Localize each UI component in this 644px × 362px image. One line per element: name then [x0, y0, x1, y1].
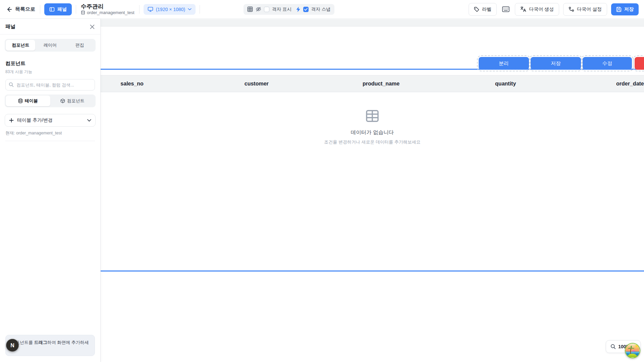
database-icon: [18, 99, 23, 103]
panel-title: 패널: [5, 23, 15, 30]
magnifier-icon: [610, 344, 616, 349]
grid-show-label: 격자 표시: [272, 6, 291, 12]
add-change-table-dropdown[interactable]: 테이블 추가/변경: [5, 114, 96, 127]
empty-state-title: 데이터가 없습니다: [351, 129, 394, 136]
toolbar-divider: [76, 5, 76, 14]
lightning-icon: [296, 7, 301, 12]
panel-left-icon: [49, 7, 55, 12]
tab-layers[interactable]: 레이어: [35, 40, 65, 51]
toolbar-divider: [200, 5, 200, 14]
toolbar-divider: [40, 5, 40, 14]
grid-snap-label: 격자 스냅: [311, 6, 331, 12]
grid-snap-checkbox[interactable]: [303, 7, 309, 12]
workflow-icon: [569, 6, 574, 12]
screen-size-dropdown[interactable]: (644 × 362): [144, 4, 196, 15]
canvas-edit-button[interactable]: 수정: [583, 57, 632, 70]
panel-header: 패널: [0, 19, 100, 35]
table-selection-border-bottom: [100, 270, 644, 272]
plus-icon: [9, 118, 14, 123]
toolbar-divider: [139, 5, 140, 14]
component-search-input[interactable]: [5, 79, 95, 90]
back-to-list-label: 목록으로: [15, 6, 35, 12]
canvas-danger-button[interactable]: [635, 57, 644, 70]
database-icon: [81, 10, 85, 15]
source-tab-table[interactable]: 테이블: [6, 96, 50, 106]
column-header: product_name: [319, 81, 443, 87]
source-tab-component-label: 컴포넌트: [67, 98, 85, 104]
monitor-icon: [148, 7, 153, 12]
eye-off-icon[interactable]: [256, 6, 261, 12]
components-section: 컴포넌트 83개 사용 가능: [0, 52, 100, 90]
column-header: quantity: [443, 81, 568, 87]
current-table-label: 현재: order_management_test: [5, 130, 95, 136]
save-button[interactable]: 저장: [611, 3, 639, 15]
data-table-header-row[interactable]: sales_no customer product_name quantity …: [70, 75, 644, 92]
tab-components[interactable]: 컴포넌트: [6, 40, 35, 51]
save-button-label: 저장: [624, 6, 634, 12]
datasource-name: order_management_test: [87, 10, 135, 15]
search-icon: [9, 82, 14, 87]
arrow-left-icon: [6, 6, 12, 12]
panel-toggle-button[interactable]: 패널: [44, 3, 72, 15]
drag-tip-box: N 컴포넌트를 드래그하여 화면에 추가하세요: [5, 335, 95, 356]
drag-tip-text: 컴포넌트를 드래그하여 화면에 추가하세요: [11, 340, 89, 351]
toolbar-right-group: 라벨 다국어 생성 다국어 설정 저장: [469, 3, 639, 16]
component-search: [5, 79, 95, 90]
side-panel: 패널 컴포넌트 레이어 편집 컴포넌트 83개 사용 가능: [0, 19, 101, 362]
label-button-text: 라벨: [482, 6, 491, 12]
box-icon: [60, 99, 65, 103]
source-tab-component[interactable]: 컴포넌트: [50, 96, 95, 106]
grid-options-group: 격자 표시 격자 스냅: [244, 4, 334, 15]
column-header: order_date: [568, 81, 644, 87]
panel-toggle-label: 패널: [57, 6, 67, 12]
grid-show-checkbox[interactable]: [264, 7, 269, 12]
canvas-separate-button[interactable]: 분리: [479, 57, 529, 70]
components-available-count: 83개 사용 가능: [5, 69, 95, 75]
empty-table-icon: [365, 109, 379, 123]
empty-state-subtitle: 조건을 변경하거나 새로운 데이터를 추가해보세요: [324, 139, 420, 145]
i18n-settings-label: 다국어 설정: [577, 6, 602, 12]
datasource-line: order_management_test: [81, 10, 135, 15]
close-icon[interactable]: [90, 24, 95, 29]
canvas-save-button[interactable]: 저장: [531, 57, 581, 70]
chevron-down-icon: [87, 119, 91, 122]
table-empty-state: 데이터가 없습니다 조건을 변경하거나 새로운 데이터를 추가해보세요: [101, 109, 644, 145]
keyboard-shortcuts-button[interactable]: [501, 5, 511, 13]
source-tab-table-label: 테이블: [25, 98, 38, 104]
i18n-settings-button[interactable]: 다국어 설정: [563, 3, 607, 16]
i18n-generate-label: 다국어 생성: [529, 6, 554, 12]
back-to-list-button[interactable]: 목록으로: [5, 5, 36, 14]
i18n-generate-button[interactable]: 다국어 생성: [515, 3, 559, 16]
top-toolbar: 목록으로 패널 수주관리 order_management_test (1920: [0, 0, 644, 19]
island-sticker-icon[interactable]: [625, 343, 640, 358]
column-header: customer: [194, 81, 319, 87]
tag-icon: [474, 7, 479, 12]
grid-icon: [247, 6, 253, 12]
tab-edit[interactable]: 편집: [65, 40, 95, 51]
translate-icon: [520, 6, 526, 12]
collaborator-badge: N: [6, 339, 19, 352]
chevron-down-icon: [188, 8, 192, 10]
page-title: 수주관리: [81, 4, 135, 9]
label-button[interactable]: 라벨: [469, 3, 497, 16]
source-type-tab-bar: 테이블 컴포넌트: [5, 95, 96, 107]
panel-tab-bar: 컴포넌트 레이어 편집: [5, 39, 96, 52]
add-change-table-label: 테이블 추가/변경: [17, 117, 84, 123]
panel-spacer: [0, 141, 100, 335]
app-editor: 목록으로 패널 수주관리 order_management_test (1920: [0, 0, 644, 362]
components-section-title: 컴포넌트: [5, 60, 95, 67]
page-title-block: 수주관리 order_management_test: [81, 4, 135, 15]
save-icon: [616, 7, 622, 12]
screen-size-value: (644 × 362): [156, 7, 185, 12]
